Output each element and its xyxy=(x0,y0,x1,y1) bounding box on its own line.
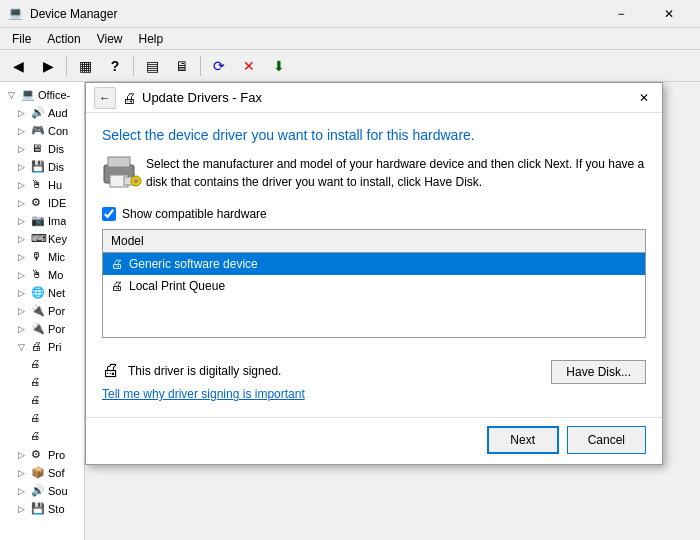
tree-item-por1[interactable]: ▷ 🔌 Por xyxy=(0,302,84,320)
dialog-bottom: 🖨 This driver is digitally signed. Tell … xyxy=(86,360,662,417)
next-button[interactable]: Next xyxy=(487,426,559,454)
cancel-button[interactable]: Cancel xyxy=(567,426,646,454)
app-title: Device Manager xyxy=(30,7,117,21)
tree-item-key[interactable]: ▷ ⌨ Key xyxy=(0,230,84,248)
tree-item-ide[interactable]: ▷ ⚙ IDE xyxy=(0,194,84,212)
minimize-button[interactable]: − xyxy=(598,0,644,28)
svg-rect-1 xyxy=(108,157,130,167)
tree-item-pri-child1[interactable]: 🖨 xyxy=(0,356,84,374)
tree-item-sto[interactable]: ▷ 💾 Sto xyxy=(0,500,84,518)
toolbar-help-btn[interactable]: ? xyxy=(101,53,129,79)
dialog-description: Select the manufacturer and model of you… xyxy=(146,155,646,191)
dialog-overlay: ← 🖨 Update Drivers - Fax ✕ Select the de… xyxy=(85,82,700,540)
model-label-0: Generic software device xyxy=(129,257,258,271)
tree-item-mo[interactable]: ▷ 🖱 Mo xyxy=(0,266,84,284)
tree-item-pri-child4[interactable]: 🖨 xyxy=(0,410,84,428)
menu-view[interactable]: View xyxy=(89,30,131,48)
fax-icon: 🖨 xyxy=(122,90,136,106)
model-table-header: Model xyxy=(103,230,645,253)
signed-icon: 🖨 xyxy=(102,360,120,381)
tree-item-pro[interactable]: ▷ ⚙ Pro xyxy=(0,446,84,464)
toolbar-scan-btn[interactable]: ⬇ xyxy=(265,53,293,79)
tree-item-pri-child3[interactable]: 🖨 xyxy=(0,392,84,410)
dialog-titlebar: ← 🖨 Update Drivers - Fax ✕ xyxy=(86,83,662,113)
checkbox-row: Show compatible hardware xyxy=(102,207,646,221)
close-button[interactable]: ✕ xyxy=(646,0,692,28)
signed-left: 🖨 This driver is digitally signed. Tell … xyxy=(102,360,305,401)
printer-icon-area xyxy=(102,155,134,191)
tree-item-con[interactable]: ▷ 🎮 Con xyxy=(0,122,84,140)
svg-point-5 xyxy=(134,179,138,183)
menu-file[interactable]: File xyxy=(4,30,39,48)
signed-and-disk-row: 🖨 This driver is digitally signed. Tell … xyxy=(102,360,646,401)
tree-item-dis2[interactable]: ▷ 💾 Dis xyxy=(0,158,84,176)
dialog-back-button[interactable]: ← xyxy=(94,87,116,109)
printer-with-disk-icon xyxy=(102,155,142,191)
toolbar-separator xyxy=(66,56,67,76)
show-compatible-label[interactable]: Show compatible hardware xyxy=(122,207,267,221)
tree-item-pri-child5[interactable]: 🖨 xyxy=(0,428,84,446)
printer-disk-svg xyxy=(102,155,142,191)
menu-action[interactable]: Action xyxy=(39,30,88,48)
update-drivers-dialog: ← 🖨 Update Drivers - Fax ✕ Select the de… xyxy=(85,82,663,465)
model-table: Model 🖨 Generic software device 🖨 Local … xyxy=(102,229,646,338)
dialog-close-button[interactable]: ✕ xyxy=(634,88,654,108)
model-row-1[interactable]: 🖨 Local Print Queue xyxy=(103,275,645,297)
tree-item-pri-child2[interactable]: 🖨 xyxy=(0,374,84,392)
tree-item-sof[interactable]: ▷ 📦 Sof xyxy=(0,464,84,482)
main-area: ▽ 💻 Office- ▷ 🔊 Aud ▷ 🎮 Con ▷ 🖥 Dis ▷ 💾 … xyxy=(0,82,700,540)
menu-bar: File Action View Help xyxy=(0,28,700,50)
toolbar-back-btn[interactable]: ◀ xyxy=(4,53,32,79)
toolbar-properties-btn[interactable]: ▦ xyxy=(71,53,99,79)
model-label-1: Local Print Queue xyxy=(129,279,225,293)
have-disk-button[interactable]: Have Disk... xyxy=(551,360,646,384)
signed-text: This driver is digitally signed. xyxy=(128,364,281,378)
window-controls: − ✕ xyxy=(598,0,692,28)
toolbar-tree-btn[interactable]: ▤ xyxy=(138,53,166,79)
model-row-0[interactable]: 🖨 Generic software device xyxy=(103,253,645,275)
tree-item-hu[interactable]: ▷ 🖱 Hu xyxy=(0,176,84,194)
signed-row: 🖨 This driver is digitally signed. xyxy=(102,360,305,381)
app-icon: 💻 xyxy=(8,6,24,22)
menu-help[interactable]: Help xyxy=(131,30,172,48)
toolbar-separator3 xyxy=(200,56,201,76)
tree-item-mic[interactable]: ▷ 🎙 Mic xyxy=(0,248,84,266)
tree-item-dis1[interactable]: ▷ 🖥 Dis xyxy=(0,140,84,158)
dialog-desc-row: Select the manufacturer and model of you… xyxy=(102,155,646,191)
dialog-heading: Select the device driver you want to ins… xyxy=(102,127,646,143)
title-bar: 💻 Device Manager − ✕ xyxy=(0,0,700,28)
model-icon-1: 🖨 xyxy=(111,279,123,293)
driver-signing-link[interactable]: Tell me why driver signing is important xyxy=(102,387,305,401)
dialog-subtitle: 🖨 Update Drivers - Fax xyxy=(122,90,262,106)
dialog-body: Select the device driver you want to ins… xyxy=(86,113,662,360)
tree-item-por2[interactable]: ▷ 🔌 Por xyxy=(0,320,84,338)
computer-icon: 💻 xyxy=(21,88,35,102)
model-table-spacer xyxy=(103,297,645,337)
tree-item-net[interactable]: ▷ 🌐 Net xyxy=(0,284,84,302)
dialog-footer: Next Cancel xyxy=(86,417,662,464)
toolbar-forward-btn[interactable]: ▶ xyxy=(34,53,62,79)
toolbar-remove-btn[interactable]: ✕ xyxy=(235,53,263,79)
tree-item-aud[interactable]: ▷ 🔊 Aud xyxy=(0,104,84,122)
tree-item-ima[interactable]: ▷ 📷 Ima xyxy=(0,212,84,230)
expand-icon: ▽ xyxy=(8,90,18,100)
toolbar-update-btn[interactable]: ⟳ xyxy=(205,53,233,79)
device-tree: ▽ 💻 Office- ▷ 🔊 Aud ▷ 🎮 Con ▷ 🖥 Dis ▷ 💾 … xyxy=(0,82,85,540)
show-compatible-checkbox[interactable] xyxy=(102,207,116,221)
tree-item-sou[interactable]: ▷ 🔊 Sou xyxy=(0,482,84,500)
tree-root[interactable]: ▽ 💻 Office- xyxy=(0,86,84,104)
toolbar-monitor-btn[interactable]: 🖥 xyxy=(168,53,196,79)
toolbar-separator2 xyxy=(133,56,134,76)
tree-item-pri[interactable]: ▽ 🖨 Pri xyxy=(0,338,84,356)
toolbar: ◀ ▶ ▦ ? ▤ 🖥 ⟳ ✕ ⬇ xyxy=(0,50,700,82)
dialog-subtitle-text: Update Drivers - Fax xyxy=(142,90,262,105)
model-icon-0: 🖨 xyxy=(111,257,123,271)
